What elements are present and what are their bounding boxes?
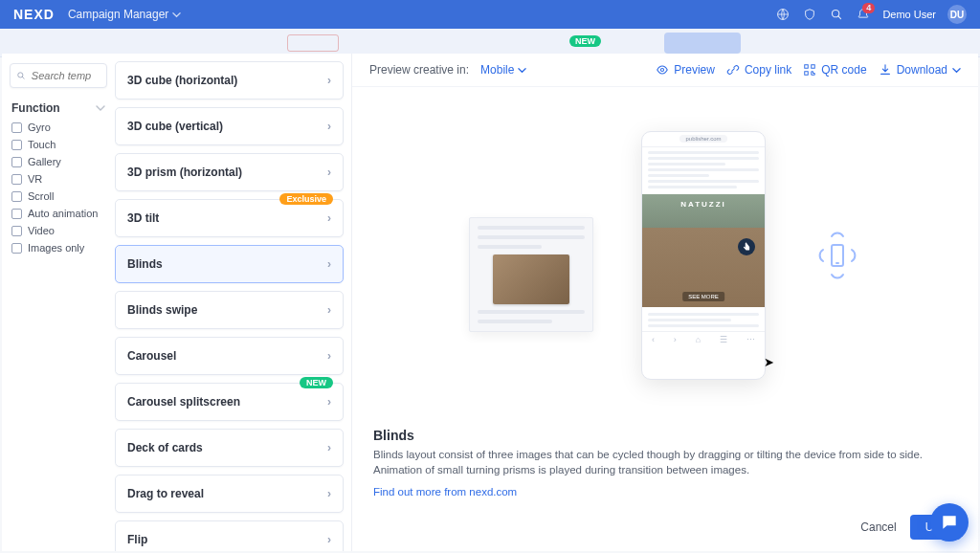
- chat-fab[interactable]: [930, 503, 969, 542]
- qr-code-label: QR code: [821, 63, 866, 77]
- device-rotate-widget[interactable]: [813, 227, 861, 284]
- top-nav: NEXD Campaign Manager 4 Demo User DU: [0, 0, 980, 29]
- section-title-label: Campaign Manager: [68, 8, 168, 21]
- template-card-label: Blinds swipe: [127, 303, 197, 317]
- preview-mode-select[interactable]: Mobile: [480, 63, 526, 77]
- learn-more-link[interactable]: Find out more from nexd.com: [373, 486, 517, 498]
- chevron-down-icon: [952, 66, 961, 75]
- chevron-right-icon: ›: [327, 257, 331, 271]
- template-card-label: 3D prism (horizontal): [127, 166, 242, 179]
- template-card[interactable]: Deck of cards›: [115, 429, 344, 467]
- template-card[interactable]: Carousel›: [115, 337, 344, 375]
- desktop-preview-thumb: [469, 217, 593, 332]
- template-card[interactable]: 3D cube (horizontal)›: [115, 61, 344, 100]
- chevron-right-icon: ›: [327, 395, 331, 409]
- tap-gesture-icon: [738, 238, 755, 255]
- filter-checkbox[interactable]: Scroll: [10, 189, 107, 203]
- checkbox-box: [11, 209, 22, 219]
- checkbox-box: [11, 243, 22, 254]
- download-button[interactable]: Download: [879, 63, 961, 77]
- globe-icon[interactable]: [775, 7, 791, 22]
- ad-creative: NATUZZI SEE MORE: [642, 194, 765, 307]
- preview-mode-label: Preview creative in:: [369, 63, 469, 77]
- filter-checkbox[interactable]: Touch: [10, 138, 107, 151]
- filter-group-title: Function: [11, 101, 60, 115]
- chevron-right-icon: ›: [327, 487, 331, 500]
- chevron-right-icon: ›: [327, 303, 331, 317]
- rotate-arc-bottom-icon: [829, 273, 846, 284]
- template-card-label: 3D tilt: [127, 211, 159, 225]
- filter-group-toggle[interactable]: Function: [11, 101, 105, 115]
- notification-badge: 4: [862, 3, 875, 13]
- template-description: Blinds Blinds layout consist of three im…: [352, 424, 978, 507]
- template-title: Blinds: [373, 428, 957, 443]
- filter-label: Auto animation: [28, 208, 98, 219]
- rotate-arc-right-icon: [850, 247, 861, 264]
- chevron-right-icon: ›: [327, 349, 331, 363]
- checkbox-box: [11, 174, 22, 185]
- filter-label: Gallery: [28, 156, 61, 167]
- search-input-wrap[interactable]: [10, 63, 107, 88]
- avatar[interactable]: DU: [947, 5, 967, 24]
- ad-cta: SEE MORE: [682, 292, 724, 301]
- template-card[interactable]: Blinds›: [115, 245, 344, 283]
- filter-checkbox[interactable]: Gallery: [10, 155, 107, 168]
- chevron-down-icon: [172, 11, 181, 19]
- template-card[interactable]: 3D cube (vertical)›: [115, 107, 344, 145]
- cursor-icon: ➤: [764, 355, 774, 369]
- checkbox-box: [11, 226, 22, 236]
- template-card-label: Flip: [127, 533, 147, 546]
- chevron-right-icon: ›: [327, 120, 331, 133]
- chevron-right-icon: ›: [327, 74, 331, 87]
- rotate-arc-top-icon: [829, 227, 846, 238]
- filter-label: VR: [28, 173, 42, 185]
- link-icon: [726, 63, 740, 77]
- filter-sidebar: Function GyroTouchGalleryVRScrollAuto an…: [2, 54, 115, 551]
- chevron-down-icon: [96, 103, 105, 113]
- template-card-label: Carousel: [127, 349, 176, 363]
- modal-footer: Cancel Use: [352, 507, 978, 551]
- svg-point-3: [661, 68, 664, 71]
- filter-checkbox[interactable]: Images only: [10, 241, 107, 254]
- preview-mode-value: Mobile: [480, 63, 514, 77]
- template-card[interactable]: Flip›: [115, 520, 344, 551]
- section-switcher[interactable]: Campaign Manager: [68, 8, 181, 21]
- notifications-icon[interactable]: 4: [856, 7, 871, 22]
- svg-rect-4: [805, 65, 809, 69]
- shield-icon[interactable]: [802, 7, 817, 22]
- template-card[interactable]: Drag to reveal›: [115, 475, 344, 513]
- preview-toolbar: Preview creative in: Mobile Preview Copy…: [352, 54, 978, 87]
- qr-code-button[interactable]: QR code: [803, 63, 866, 77]
- filter-label: Images only: [28, 242, 84, 254]
- template-badge: Exclusive: [279, 193, 333, 205]
- template-card[interactable]: Blinds swipe›: [115, 291, 344, 329]
- filter-checkbox[interactable]: Video: [10, 224, 107, 237]
- brand-logo: NEXD: [13, 7, 55, 22]
- template-card[interactable]: 3D tilt›Exclusive: [115, 199, 344, 237]
- template-picker-modal: Function GyroTouchGalleryVRScrollAuto an…: [2, 54, 978, 551]
- filter-label: Gyro: [28, 122, 51, 133]
- search-input[interactable]: [32, 70, 100, 81]
- chevron-right-icon: ›: [327, 441, 331, 454]
- template-badge: NEW: [300, 377, 333, 388]
- filter-checkbox[interactable]: Auto animation: [10, 207, 107, 220]
- search-icon[interactable]: [829, 7, 844, 22]
- primary-action-ghost: [664, 33, 741, 54]
- checkbox-box: [11, 122, 22, 133]
- template-card[interactable]: 3D prism (horizontal)›: [115, 153, 344, 191]
- template-card[interactable]: Carousel splitscreen›NEW: [115, 383, 344, 421]
- svg-rect-5: [812, 65, 815, 69]
- template-card-label: Blinds: [127, 257, 163, 271]
- eye-icon: [656, 63, 669, 77]
- copy-link-label: Copy link: [745, 63, 791, 77]
- user-name[interactable]: Demo User: [882, 9, 936, 20]
- filter-checkbox[interactable]: VR: [10, 172, 107, 186]
- preview-button-label: Preview: [674, 63, 715, 77]
- chevron-right-icon: ›: [327, 166, 331, 179]
- copy-link-button[interactable]: Copy link: [726, 63, 791, 77]
- checkbox-box: [11, 157, 22, 167]
- cancel-button[interactable]: Cancel: [860, 520, 896, 534]
- chevron-right-icon: ›: [327, 211, 331, 225]
- preview-button[interactable]: Preview: [656, 63, 715, 77]
- filter-checkbox[interactable]: Gyro: [10, 121, 107, 134]
